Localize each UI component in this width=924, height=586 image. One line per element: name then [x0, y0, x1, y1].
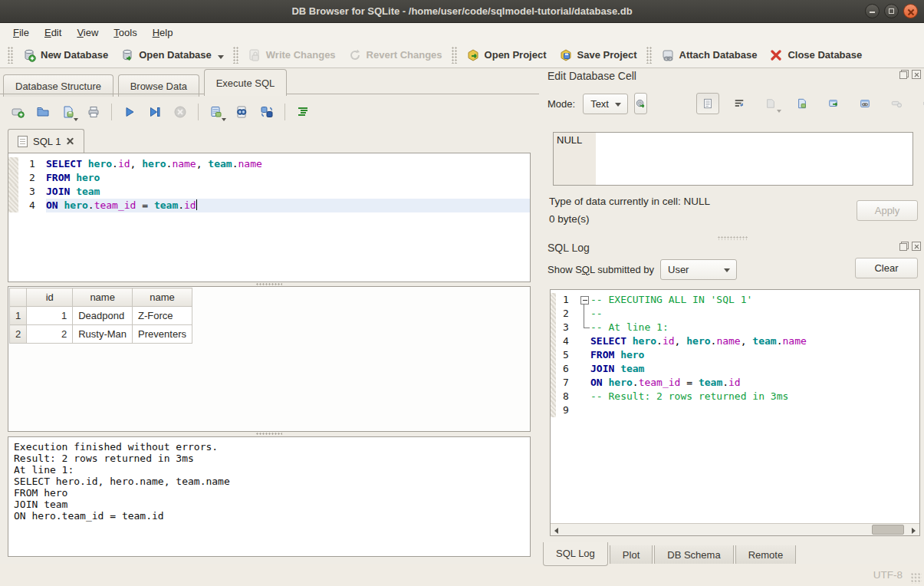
cell-value-editor[interactable]: NULL: [553, 132, 913, 186]
close-panel-icon[interactable]: [912, 242, 921, 251]
code-line[interactable]: 2--: [551, 307, 919, 321]
copy-link-button[interactable]: [853, 93, 876, 114]
close-database-button[interactable]: Close Database: [763, 45, 868, 65]
table-cell[interactable]: Rusty-Man: [73, 325, 133, 344]
tab-db-schema[interactable]: DB Schema: [654, 545, 733, 566]
titlebar[interactable]: DB Browser for SQLite - /home/user/code/…: [0, 0, 924, 23]
table-cell[interactable]: Preventers: [133, 325, 192, 344]
save-results-button[interactable]: [206, 102, 226, 122]
table-cell[interactable]: 2: [27, 325, 73, 344]
tab-sql-log[interactable]: SQL Log: [543, 542, 608, 566]
corner-header[interactable]: [10, 288, 27, 307]
scrollbar-track[interactable]: [563, 524, 907, 535]
encoding-indicator[interactable]: UTF-8: [873, 569, 903, 581]
save-sql-dropdown-icon[interactable]: [74, 118, 78, 121]
splitter-handle[interactable]: [8, 433, 531, 436]
print-button[interactable]: [84, 102, 104, 122]
right-panel: Edit Database Cell Mode: Text NULL Type …: [541, 68, 924, 564]
table-row[interactable]: 11DeadpondZ-Force: [10, 307, 192, 325]
new-database-button[interactable]: New Database: [16, 45, 114, 65]
code-line[interactable]: 4ON hero.team_id = team.id: [8, 199, 530, 212]
export-data-button[interactable]: [791, 93, 814, 114]
execution-log[interactable]: Execution finished without errors. Resul…: [8, 436, 531, 557]
table-row[interactable]: 22Rusty-ManPreventers: [10, 325, 192, 344]
float-panel-icon[interactable]: [899, 242, 909, 251]
tab-browse-data[interactable]: Browse Data: [118, 74, 199, 97]
column-header[interactable]: id: [27, 288, 73, 307]
save-sql-file-button[interactable]: [58, 102, 78, 122]
mode-select[interactable]: Text: [583, 94, 628, 114]
code-line[interactable]: 6JOIN team: [551, 362, 919, 376]
attach-database-button[interactable]: Attach Database: [655, 45, 764, 65]
clear-button[interactable]: Clear: [855, 258, 918, 278]
code-line[interactable]: 8-- Result: 2 rows returned in 3ms: [551, 390, 919, 403]
fold-column: [578, 348, 590, 362]
menu-file[interactable]: File: [6, 25, 36, 41]
tab-database-structure[interactable]: Database Structure: [3, 74, 113, 97]
maximize-button[interactable]: [884, 4, 899, 18]
text-mode-button[interactable]: [696, 93, 719, 114]
menu-edit[interactable]: Edit: [38, 25, 68, 41]
column-header[interactable]: name: [133, 288, 192, 307]
table-cell[interactable]: Deadpond: [73, 307, 133, 325]
row-header[interactable]: 2: [10, 325, 27, 344]
menu-help[interactable]: Help: [146, 25, 180, 41]
table-cell[interactable]: Z-Force: [133, 307, 192, 325]
open-in-external-button[interactable]: [822, 93, 845, 114]
column-header[interactable]: name: [73, 288, 133, 307]
tab-plot[interactable]: Plot: [610, 545, 653, 566]
find-button[interactable]: [232, 102, 252, 122]
auto-format-button[interactable]: [293, 102, 313, 122]
resize-grip[interactable]: [911, 573, 922, 584]
mode-value: Text: [590, 98, 609, 110]
print-cell-button[interactable]: [916, 93, 924, 114]
code-line[interactable]: 1-- EXECUTING ALL IN 'SQL 1': [551, 293, 919, 307]
menu-view[interactable]: View: [70, 25, 105, 41]
execute-current-line-button[interactable]: [145, 102, 165, 122]
code-line[interactable]: 5FROM hero: [551, 348, 919, 362]
scroll-right-arrow[interactable]: [907, 524, 919, 535]
code-line[interactable]: 3JOIN team: [8, 185, 530, 199]
open-project-button[interactable]: Open Project: [460, 45, 553, 65]
scroll-left-arrow[interactable]: [551, 524, 563, 535]
open-database-dropdown-icon[interactable]: [218, 55, 224, 59]
sql1-tab-label: SQL 1: [33, 136, 61, 147]
float-panel-icon[interactable]: [899, 70, 909, 79]
tab-remote[interactable]: Remote: [735, 545, 797, 566]
close-tab-icon[interactable]: [66, 137, 74, 146]
code-line[interactable]: 3-- At line 1:: [551, 321, 919, 334]
code-line[interactable]: 7ON hero.team_id = team.id: [551, 376, 919, 390]
code-line[interactable]: 1SELECT hero.id, hero.name, team.name: [8, 157, 530, 171]
submitted-by-select[interactable]: User: [660, 259, 737, 280]
fold-marker: [578, 321, 590, 334]
fold-marker[interactable]: [578, 293, 590, 307]
sql-log-view[interactable]: 1-- EXECUTING ALL IN 'SQL 1'2--3-- At li…: [550, 289, 920, 536]
menu-tools[interactable]: Tools: [107, 25, 143, 41]
auto-switch-mode-button[interactable]: [634, 93, 647, 114]
scrollbar-thumb[interactable]: [872, 525, 904, 535]
close-window-button[interactable]: [903, 4, 918, 18]
code-line[interactable]: 2FROM hero: [8, 171, 530, 185]
sql1-tab[interactable]: SQL 1: [8, 129, 84, 153]
table-cell[interactable]: 1: [27, 307, 73, 325]
row-header[interactable]: 1: [10, 307, 27, 325]
horizontal-scrollbar[interactable]: [551, 523, 919, 535]
open-sql-file-button[interactable]: [33, 102, 53, 122]
replace-button[interactable]: [257, 102, 277, 122]
code-line[interactable]: 9: [551, 403, 919, 417]
word-wrap-button[interactable]: [728, 93, 751, 114]
execute-all-button[interactable]: [120, 102, 140, 122]
minimize-button[interactable]: [865, 4, 880, 18]
edit-cell-dock-header: Edit Database Cell: [541, 68, 924, 84]
new-tab-button[interactable]: [8, 102, 28, 122]
results-grid: idnamename 11DeadpondZ-Force22Rusty-ManP…: [8, 286, 531, 432]
sql-editor[interactable]: 1SELECT hero.id, hero.name, team.name2FR…: [8, 153, 531, 282]
save-project-button[interactable]: Save Project: [553, 45, 643, 65]
open-database-button[interactable]: Open Database: [114, 45, 230, 65]
save-results-dropdown-icon[interactable]: [222, 118, 226, 121]
results-table: idnamename 11DeadpondZ-Force22Rusty-ManP…: [9, 288, 192, 344]
close-panel-icon[interactable]: [912, 70, 921, 79]
tab-execute-sql[interactable]: Execute SQL: [204, 69, 288, 96]
toolbar-grip[interactable]: [8, 47, 13, 64]
code-line[interactable]: 4SELECT hero.id, hero.name, team.name: [551, 334, 919, 348]
